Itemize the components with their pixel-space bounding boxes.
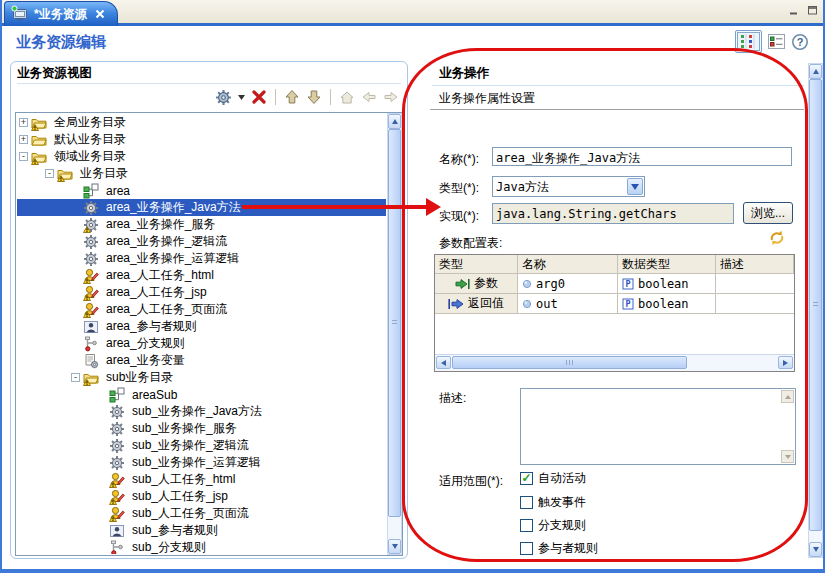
- gear-warning-icon: [83, 217, 99, 233]
- view-menu-icon[interactable]: [215, 89, 232, 106]
- scope-option[interactable]: 参与者规则: [520, 540, 598, 556]
- tree-item[interactable]: -业务目录: [17, 165, 386, 182]
- tree-item[interactable]: -sub业务目录: [17, 369, 386, 386]
- checkbox-icon[interactable]: [520, 496, 533, 509]
- tree-item[interactable]: sub_业务操作_服务: [17, 420, 386, 437]
- tree-container: +全局业务目录+默认业务目录-领域业务目录-业务目录areaarea_业务操作_…: [15, 112, 403, 556]
- tree-item[interactable]: area: [17, 182, 386, 199]
- move-up-icon[interactable]: [284, 89, 300, 105]
- param-desc-cell: [716, 274, 794, 293]
- tree-item[interactable]: sub_业务操作_运算逻辑: [17, 454, 386, 471]
- tree-item-label: area_分支规则: [103, 335, 188, 352]
- tree-item[interactable]: sub_业务操作_Java方法: [17, 403, 386, 420]
- scroll-right-button[interactable]: [778, 356, 793, 369]
- impl-input[interactable]: java.lang.String.getChars: [492, 203, 734, 224]
- restore-icon[interactable]: [805, 4, 819, 16]
- scroll-down-button[interactable]: [388, 539, 401, 554]
- layout-list-button[interactable]: [768, 34, 785, 49]
- task-warning-icon: [83, 268, 99, 284]
- tree-item[interactable]: area_人工任务_页面流: [17, 301, 386, 318]
- tree-item[interactable]: area_分支规则: [17, 335, 386, 352]
- move-down-icon[interactable]: [306, 89, 322, 105]
- help-button[interactable]: ?: [791, 33, 809, 51]
- chevron-down-icon[interactable]: [627, 178, 643, 195]
- param-table-row[interactable]: 参数arg0Pboolean: [435, 274, 794, 294]
- browse-button[interactable]: 浏览...: [743, 202, 793, 224]
- tree-item[interactable]: area_业务操作_服务: [17, 216, 386, 233]
- scroll-left-button[interactable]: [436, 356, 451, 369]
- tree-item[interactable]: sub_参与者规则: [17, 522, 386, 539]
- editor-tab-title: *业务资源: [34, 6, 87, 23]
- folder-warning-icon: [31, 149, 47, 165]
- delete-icon[interactable]: [251, 89, 267, 105]
- editor-tab[interactable]: *业务资源: [4, 1, 118, 26]
- description-textarea[interactable]: [520, 388, 796, 465]
- param-datatype-cell: Pboolean: [618, 274, 716, 293]
- tree-item[interactable]: sub_业务操作_逻辑流: [17, 437, 386, 454]
- tree-item[interactable]: sub_人工任务_页面流: [17, 505, 386, 522]
- tree-item[interactable]: +默认业务目录: [17, 131, 386, 148]
- scroll-up-button[interactable]: [388, 114, 401, 129]
- minimize-icon[interactable]: [787, 4, 801, 16]
- scroll-thumb[interactable]: [452, 356, 687, 369]
- menu-arrow-icon[interactable]: [238, 95, 245, 100]
- column-header[interactable]: 描述: [716, 255, 794, 273]
- layout-columns-button[interactable]: [735, 30, 762, 53]
- param-table-hscrollbar[interactable]: [435, 354, 794, 371]
- component-icon: [83, 183, 99, 199]
- page-title: 业务资源编辑: [16, 33, 106, 52]
- scope-option-label: 分支规则: [538, 517, 586, 534]
- column-header[interactable]: 数据类型: [618, 255, 716, 273]
- scroll-up-button[interactable]: [809, 64, 822, 79]
- tree-item-label: area_业务操作_服务: [103, 216, 218, 233]
- tree-item[interactable]: sub_人工任务_jsp: [17, 488, 386, 505]
- checkbox-icon[interactable]: [520, 542, 533, 555]
- name-input[interactable]: area_业务操作_Java方法: [492, 147, 792, 166]
- tree-item[interactable]: +全局业务目录: [17, 114, 386, 131]
- tree-item[interactable]: areaSub: [17, 386, 386, 403]
- column-header[interactable]: 类型: [435, 255, 518, 273]
- checkbox-checked-icon[interactable]: ✓: [520, 472, 533, 485]
- forward-icon[interactable]: [383, 89, 399, 105]
- tree-item[interactable]: area_人工任务_jsp: [17, 284, 386, 301]
- tree-item[interactable]: sub_分支规则: [17, 539, 386, 554]
- scope-option[interactable]: 分支规则: [520, 517, 586, 533]
- checkbox-icon[interactable]: [520, 519, 533, 532]
- collapse-toggle[interactable]: -: [45, 169, 54, 178]
- task-warning-icon: [109, 472, 125, 488]
- expand-toggle[interactable]: +: [19, 135, 28, 144]
- scroll-down-button[interactable]: [809, 542, 822, 557]
- close-icon[interactable]: [95, 9, 105, 19]
- home-icon[interactable]: [339, 89, 355, 105]
- scope-option[interactable]: ✓自动活动: [520, 470, 586, 486]
- tree-scrollbar[interactable]: [387, 113, 402, 555]
- scroll-thumb[interactable]: [809, 79, 822, 531]
- scope-option[interactable]: 触发事件: [520, 494, 586, 510]
- expand-toggle[interactable]: +: [19, 118, 28, 127]
- back-icon[interactable]: [361, 89, 377, 105]
- tree-item[interactable]: -领域业务目录: [17, 148, 386, 165]
- param-table-row[interactable]: 返回值outPboolean: [435, 294, 794, 314]
- scroll-down-button[interactable]: [781, 450, 794, 463]
- tree-item[interactable]: area_业务操作_Java方法: [17, 199, 386, 216]
- app-window: *业务资源 业务资源编辑 ? 业务资源视图 +全局业务目录+默认业务目录-领域业…: [0, 0, 825, 573]
- collapse-toggle[interactable]: -: [19, 152, 28, 161]
- scroll-up-button[interactable]: [781, 390, 794, 403]
- collapse-toggle[interactable]: -: [71, 373, 80, 382]
- type-select[interactable]: Java方法: [492, 176, 645, 197]
- tree-item-label: area_人工任务_jsp: [103, 284, 210, 301]
- panel-scrollbar[interactable]: [808, 63, 823, 558]
- tree-item[interactable]: area_人工任务_html: [17, 267, 386, 284]
- tree-item[interactable]: area_参与者规则: [17, 318, 386, 335]
- column-header[interactable]: 名称: [518, 255, 618, 273]
- tree-item[interactable]: area_业务操作_逻辑流: [17, 233, 386, 250]
- refresh-icon[interactable]: [768, 229, 786, 247]
- scroll-thumb[interactable]: [388, 129, 401, 517]
- tree-item[interactable]: area_业务操作_运算逻辑: [17, 250, 386, 267]
- tree-item[interactable]: sub_人工任务_html: [17, 471, 386, 488]
- variable-icon: [83, 353, 99, 369]
- tree-item[interactable]: area_业务变量: [17, 352, 386, 369]
- gear-icon: [83, 234, 99, 250]
- param-table: 类型名称数据类型描述 参数arg0Pboolean返回值outPboolean: [434, 254, 795, 372]
- toolbar-separator: [275, 89, 276, 105]
